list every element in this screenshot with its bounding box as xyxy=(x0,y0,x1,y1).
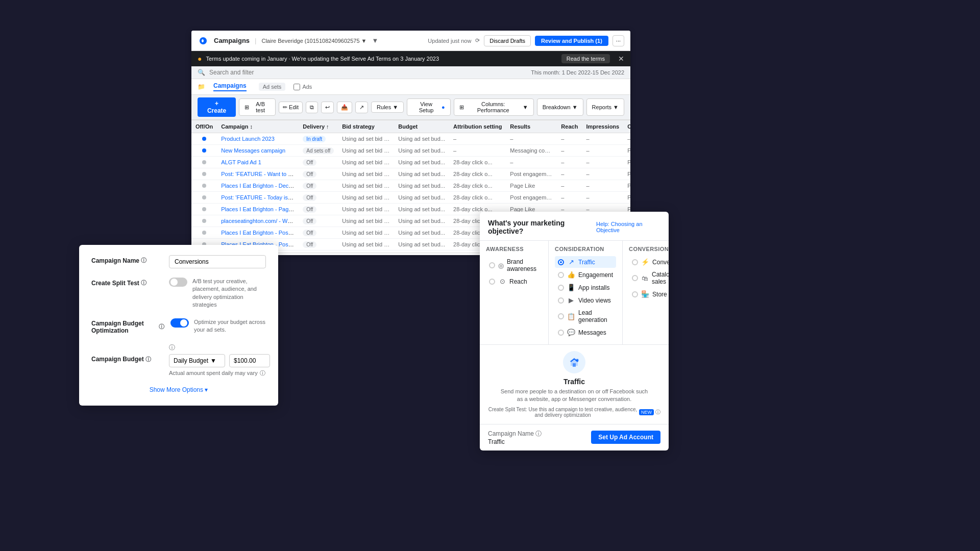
campaign-name-cell[interactable]: Product Launch 2023 xyxy=(217,133,299,145)
reach-cell: – xyxy=(557,168,582,180)
offon-cell[interactable] xyxy=(191,227,217,239)
create-button[interactable]: + Create xyxy=(198,97,236,117)
topbar: Campaigns | Claire Beveridge (1015108240… xyxy=(191,31,630,51)
ads-checkbox[interactable] xyxy=(293,84,300,90)
objective-messages[interactable]: 💬 Messages xyxy=(555,327,616,338)
reports-button[interactable]: Reports ▼ xyxy=(586,98,624,116)
campaign-link[interactable]: New Messages campaign xyxy=(221,147,285,154)
campaign-budget-info-icon[interactable]: ⓘ xyxy=(145,356,151,363)
budget-optimization-toggle[interactable] xyxy=(170,318,189,328)
budget-note-info-icon[interactable]: ⓘ xyxy=(260,369,265,377)
columns-dropdown-icon: ▼ xyxy=(523,104,528,110)
objective-engagement[interactable]: 👍 Engagement xyxy=(555,269,616,281)
col-campaign[interactable]: Campaign ↕ xyxy=(217,120,299,133)
offon-cell[interactable] xyxy=(191,204,217,215)
discard-button[interactable]: ↩ xyxy=(321,102,334,113)
campaign-name-input[interactable] xyxy=(169,255,266,268)
campaign-name-cell[interactable]: Post: 'FEATURE - Want to know where impr… xyxy=(217,168,299,180)
campaign-name-cell[interactable]: Places I Eat Brighton - Post Engagement xyxy=(217,227,299,239)
budget-amount-input[interactable] xyxy=(229,354,270,367)
campaign-name-cell[interactable]: New Messages campaign xyxy=(217,145,299,157)
duplicate-button[interactable]: ⧉ xyxy=(306,102,318,113)
export-button[interactable]: ↗ xyxy=(355,102,368,113)
budget-opt-desc: Optimize your budget across your ad sets… xyxy=(194,318,266,334)
budget-opt-info-icon[interactable]: ⓘ xyxy=(159,323,164,331)
breadcrumb-campaigns[interactable]: Campaigns xyxy=(213,82,247,91)
objective-app-installs[interactable]: 📱 App installs xyxy=(555,282,616,293)
budget-cell: Using ad set bud... xyxy=(394,192,449,204)
edit-button[interactable]: ✏ Edit xyxy=(279,102,303,113)
store-visits-radio xyxy=(632,291,638,297)
rules-button[interactable]: Rules ▼ xyxy=(371,102,404,113)
ad-sets-tab[interactable]: Ad sets xyxy=(259,83,286,91)
columns-button[interactable]: ⊞ Columns: Performance ▼ xyxy=(454,98,534,116)
read-terms-button[interactable]: Read the terms xyxy=(561,54,610,63)
objective-lead-generation[interactable]: 📋 Lead generation xyxy=(555,307,616,325)
objective-help-link[interactable]: Help: Choosing an Objective xyxy=(596,221,660,233)
objective-reach[interactable]: ⊙ Reach xyxy=(486,276,542,287)
account-dropdown-icon[interactable]: ▼ xyxy=(372,37,378,44)
budget-type-select[interactable]: Daily Budget ▼ xyxy=(169,354,225,367)
ab-test-button[interactable]: ⊞ A/B test xyxy=(239,98,276,116)
split-test-info-icon[interactable]: ⓘ xyxy=(141,279,146,287)
search-input[interactable] xyxy=(209,69,527,76)
results-cell: Post engagement xyxy=(506,192,557,204)
budget-cell: Using ad set bud... xyxy=(394,145,449,157)
discard-drafts-button[interactable]: Discard Drafts xyxy=(484,35,531,46)
campaign-link[interactable]: Post: 'FEATURE - Want to know where impr… xyxy=(221,171,299,177)
offon-cell[interactable] xyxy=(191,157,217,168)
campaign-name-info-icon[interactable]: ⓘ xyxy=(141,257,146,264)
refresh-icon[interactable]: ⟳ xyxy=(475,37,480,44)
results-cell: Post engagement xyxy=(506,168,557,180)
objective-traffic[interactable]: ↗ Traffic xyxy=(555,256,616,268)
impressions-cell: – xyxy=(582,145,623,157)
review-publish-button[interactable]: Review and Publish (1) xyxy=(535,36,608,46)
results-cell: – xyxy=(506,157,557,168)
setup-ad-account-button[interactable]: Set Up Ad Account xyxy=(591,431,660,444)
campaign-link[interactable]: Places I Eat Brighton - Dec Page Likes xyxy=(221,183,299,189)
archive-button[interactable]: 📥 xyxy=(337,102,352,113)
budget-opt-extra-info-icon[interactable]: ⓘ xyxy=(169,344,175,351)
split-test-note-info-icon[interactable]: ⓘ xyxy=(655,409,660,416)
terms-close-icon[interactable]: ✕ xyxy=(618,55,624,63)
footer-campaign-label: Campaign Name ⓘ xyxy=(488,430,542,438)
campaign-name-cell[interactable]: Places I Eat Brighton - Page Likes xyxy=(217,204,299,215)
campaign-link[interactable]: Post: 'FEATURE - Today is National Burge… xyxy=(221,194,299,201)
delivery-cell: Off xyxy=(299,204,338,215)
campaign-link[interactable]: placeseatinghton.com/ - Website Clicks xyxy=(221,218,299,224)
col-delivery[interactable]: Delivery ↑ xyxy=(299,120,338,133)
cost-cell: Per Page Like xyxy=(623,180,630,192)
campaign-link[interactable]: Product Launch 2023 xyxy=(221,136,275,142)
campaign-link[interactable]: Places I Eat Brighton - Page Likes xyxy=(221,206,299,212)
more-options-button[interactable]: ··· xyxy=(612,35,624,46)
lead-gen-radio xyxy=(558,313,564,319)
budget-cell: Using ad set bud... xyxy=(394,168,449,180)
traffic-title: Traffic xyxy=(564,378,585,386)
objective-video-views[interactable]: ▶ Video views xyxy=(555,294,616,306)
impressions-cell: – xyxy=(582,168,623,180)
split-test-toggle[interactable] xyxy=(169,278,187,287)
show-more-options-link[interactable]: Show More Options ▾ xyxy=(91,386,266,393)
view-setup-button[interactable]: View Setup ● xyxy=(407,98,451,116)
offon-cell[interactable] xyxy=(191,168,217,180)
offon-cell[interactable] xyxy=(191,180,217,192)
budget-cell: Using ad set bud... xyxy=(394,204,449,215)
objective-brand-awareness[interactable]: ◎ Brand awareness xyxy=(486,256,542,274)
objective-store-visits[interactable]: 🏪 Store visits xyxy=(629,288,669,300)
campaign-link[interactable]: Places I Eat Brighton - Post Engagement xyxy=(221,230,299,236)
campaign-name-cell[interactable]: placeseatinghton.com/ - Website Clicks xyxy=(217,215,299,227)
offon-cell[interactable] xyxy=(191,215,217,227)
offon-cell[interactable] xyxy=(191,133,217,145)
campaign-link[interactable]: ALGT Paid Ad 1 xyxy=(221,159,261,165)
budget-note: Actual amount spent daily may vary ⓘ xyxy=(169,369,270,377)
campaign-name-cell[interactable]: ALGT Paid Ad 1 xyxy=(217,157,299,168)
campaign-name-cell[interactable]: Places I Eat Brighton - Dec Page Likes xyxy=(217,180,299,192)
objective-catalog-sales[interactable]: 🛍 Catalog sales xyxy=(629,269,669,287)
objective-conversions[interactable]: ⚡ Conversions xyxy=(629,256,669,268)
offon-cell[interactable] xyxy=(191,192,217,204)
offon-cell[interactable] xyxy=(191,145,217,157)
campaign-name-cell[interactable]: Post: 'FEATURE - Today is National Burge… xyxy=(217,192,299,204)
breakdown-button[interactable]: Breakdown ▼ xyxy=(537,98,583,116)
status-dot xyxy=(202,160,206,164)
ads-tab[interactable]: Ads xyxy=(293,84,312,90)
